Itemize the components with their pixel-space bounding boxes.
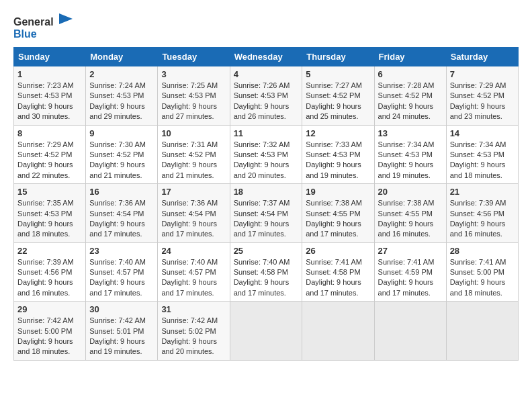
day-number: 22 bbox=[17, 246, 82, 256]
weekday-header-sunday: Sunday bbox=[14, 48, 86, 66]
calendar-cell: 2Sunrise: 7:24 AMSunset: 4:53 PMDaylight… bbox=[86, 66, 158, 126]
calendar-cell: 21Sunrise: 7:39 AMSunset: 4:56 PMDayligh… bbox=[446, 184, 518, 243]
day-number: 11 bbox=[234, 128, 299, 138]
day-info: Sunrise: 7:24 AMSunset: 4:53 PMDaylight:… bbox=[89, 81, 146, 120]
day-number: 25 bbox=[234, 246, 299, 256]
day-info: Sunrise: 7:38 AMSunset: 4:55 PMDaylight:… bbox=[378, 199, 435, 238]
day-info: Sunrise: 7:30 AMSunset: 4:52 PMDaylight:… bbox=[89, 140, 146, 179]
day-number: 15 bbox=[17, 187, 82, 197]
logo-svg: General Blue bbox=[13, 13, 74, 40]
calendar-cell: 11Sunrise: 7:32 AMSunset: 4:53 PMDayligh… bbox=[230, 125, 302, 184]
day-number: 8 bbox=[17, 128, 82, 138]
calendar-cell: 23Sunrise: 7:40 AMSunset: 4:57 PMDayligh… bbox=[86, 242, 158, 302]
day-number: 6 bbox=[378, 69, 443, 79]
weekday-header-saturday: Saturday bbox=[446, 48, 518, 66]
week-row-2: 8Sunrise: 7:29 AMSunset: 4:52 PMDaylight… bbox=[14, 125, 519, 184]
calendar-cell: 12Sunrise: 7:33 AMSunset: 4:53 PMDayligh… bbox=[302, 125, 374, 184]
day-number: 23 bbox=[89, 246, 154, 256]
calendar-cell: 29Sunrise: 7:42 AMSunset: 5:00 PMDayligh… bbox=[14, 302, 86, 361]
calendar-cell: 18Sunrise: 7:37 AMSunset: 4:54 PMDayligh… bbox=[230, 184, 302, 243]
day-info: Sunrise: 7:36 AMSunset: 4:54 PMDaylight:… bbox=[161, 199, 218, 238]
calendar-cell: 5Sunrise: 7:27 AMSunset: 4:52 PMDaylight… bbox=[302, 66, 374, 126]
calendar-cell: 8Sunrise: 7:29 AMSunset: 4:52 PMDaylight… bbox=[14, 125, 86, 184]
day-number: 16 bbox=[89, 187, 154, 197]
day-number: 26 bbox=[306, 246, 370, 256]
page-header: General Blue bbox=[13, 13, 519, 40]
day-info: Sunrise: 7:40 AMSunset: 4:57 PMDaylight:… bbox=[89, 258, 146, 297]
calendar-cell: 1Sunrise: 7:23 AMSunset: 4:53 PMDaylight… bbox=[14, 66, 86, 126]
calendar-cell bbox=[230, 302, 302, 361]
calendar-table: SundayMondayTuesdayWednesdayThursdayFrid… bbox=[13, 47, 519, 361]
day-number: 3 bbox=[161, 69, 226, 79]
week-row-1: 1Sunrise: 7:23 AMSunset: 4:53 PMDaylight… bbox=[14, 66, 519, 126]
day-number: 1 bbox=[17, 69, 82, 79]
calendar-cell: 13Sunrise: 7:34 AMSunset: 4:53 PMDayligh… bbox=[374, 125, 446, 184]
day-number: 20 bbox=[378, 187, 443, 197]
day-number: 9 bbox=[89, 128, 154, 138]
calendar-cell: 10Sunrise: 7:31 AMSunset: 4:52 PMDayligh… bbox=[158, 125, 230, 184]
day-info: Sunrise: 7:41 AMSunset: 4:58 PMDaylight:… bbox=[306, 258, 362, 297]
day-number: 18 bbox=[234, 187, 299, 197]
day-number: 21 bbox=[450, 187, 515, 197]
calendar-cell: 16Sunrise: 7:36 AMSunset: 4:54 PMDayligh… bbox=[86, 184, 158, 243]
calendar-cell: 7Sunrise: 7:29 AMSunset: 4:52 PMDaylight… bbox=[446, 66, 518, 126]
calendar-cell: 15Sunrise: 7:35 AMSunset: 4:53 PMDayligh… bbox=[14, 184, 86, 243]
day-number: 2 bbox=[89, 69, 154, 79]
day-number: 31 bbox=[161, 304, 226, 314]
day-number: 29 bbox=[17, 304, 82, 314]
day-info: Sunrise: 7:40 AMSunset: 4:58 PMDaylight:… bbox=[234, 258, 290, 297]
day-info: Sunrise: 7:41 AMSunset: 4:59 PMDaylight:… bbox=[378, 258, 435, 297]
calendar-cell: 17Sunrise: 7:36 AMSunset: 4:54 PMDayligh… bbox=[158, 184, 230, 243]
calendar-cell: 3Sunrise: 7:25 AMSunset: 4:53 PMDaylight… bbox=[158, 66, 230, 126]
week-row-4: 22Sunrise: 7:39 AMSunset: 4:56 PMDayligh… bbox=[14, 242, 519, 302]
calendar-cell bbox=[374, 302, 446, 361]
day-info: Sunrise: 7:34 AMSunset: 4:53 PMDaylight:… bbox=[450, 140, 506, 179]
calendar-cell: 28Sunrise: 7:41 AMSunset: 5:00 PMDayligh… bbox=[446, 242, 518, 302]
day-info: Sunrise: 7:32 AMSunset: 4:53 PMDaylight:… bbox=[234, 140, 290, 179]
svg-text:Blue: Blue bbox=[13, 28, 37, 40]
day-number: 27 bbox=[378, 246, 443, 256]
calendar-cell: 30Sunrise: 7:42 AMSunset: 5:01 PMDayligh… bbox=[86, 302, 158, 361]
day-info: Sunrise: 7:41 AMSunset: 5:00 PMDaylight:… bbox=[450, 258, 506, 297]
day-number: 4 bbox=[234, 69, 299, 79]
svg-text:General: General bbox=[13, 16, 54, 28]
day-info: Sunrise: 7:42 AMSunset: 5:01 PMDaylight:… bbox=[89, 316, 146, 355]
calendar-cell: 9Sunrise: 7:30 AMSunset: 4:52 PMDaylight… bbox=[86, 125, 158, 184]
day-number: 10 bbox=[161, 128, 226, 138]
day-info: Sunrise: 7:28 AMSunset: 4:52 PMDaylight:… bbox=[378, 81, 435, 120]
day-number: 24 bbox=[161, 246, 226, 256]
day-number: 28 bbox=[450, 246, 515, 256]
day-info: Sunrise: 7:23 AMSunset: 4:53 PMDaylight:… bbox=[17, 81, 74, 120]
day-info: Sunrise: 7:27 AMSunset: 4:52 PMDaylight:… bbox=[306, 81, 362, 120]
day-info: Sunrise: 7:39 AMSunset: 4:56 PMDaylight:… bbox=[17, 258, 74, 297]
weekday-header-row: SundayMondayTuesdayWednesdayThursdayFrid… bbox=[14, 48, 519, 66]
day-info: Sunrise: 7:42 AMSunset: 5:00 PMDaylight:… bbox=[17, 316, 74, 355]
day-number: 7 bbox=[450, 69, 515, 79]
weekday-header-wednesday: Wednesday bbox=[230, 48, 302, 66]
day-info: Sunrise: 7:29 AMSunset: 4:52 PMDaylight:… bbox=[450, 81, 506, 120]
day-info: Sunrise: 7:42 AMSunset: 5:02 PMDaylight:… bbox=[161, 316, 218, 355]
day-info: Sunrise: 7:39 AMSunset: 4:56 PMDaylight:… bbox=[450, 199, 506, 238]
weekday-header-tuesday: Tuesday bbox=[158, 48, 230, 66]
day-info: Sunrise: 7:31 AMSunset: 4:52 PMDaylight:… bbox=[161, 140, 218, 179]
calendar-cell: 26Sunrise: 7:41 AMSunset: 4:58 PMDayligh… bbox=[302, 242, 374, 302]
day-info: Sunrise: 7:36 AMSunset: 4:54 PMDaylight:… bbox=[89, 199, 146, 238]
day-info: Sunrise: 7:40 AMSunset: 4:57 PMDaylight:… bbox=[161, 258, 218, 297]
day-number: 30 bbox=[89, 304, 154, 314]
calendar-cell: 27Sunrise: 7:41 AMSunset: 4:59 PMDayligh… bbox=[374, 242, 446, 302]
calendar-cell bbox=[446, 302, 518, 361]
day-number: 19 bbox=[306, 187, 370, 197]
logo: General Blue bbox=[13, 13, 74, 40]
weekday-header-thursday: Thursday bbox=[302, 48, 374, 66]
day-number: 5 bbox=[306, 69, 370, 79]
calendar-cell: 20Sunrise: 7:38 AMSunset: 4:55 PMDayligh… bbox=[374, 184, 446, 243]
calendar-cell: 24Sunrise: 7:40 AMSunset: 4:57 PMDayligh… bbox=[158, 242, 230, 302]
calendar-cell bbox=[302, 302, 374, 361]
day-info: Sunrise: 7:37 AMSunset: 4:54 PMDaylight:… bbox=[234, 199, 290, 238]
day-info: Sunrise: 7:33 AMSunset: 4:53 PMDaylight:… bbox=[306, 140, 362, 179]
day-info: Sunrise: 7:26 AMSunset: 4:53 PMDaylight:… bbox=[234, 81, 290, 120]
weekday-header-friday: Friday bbox=[374, 48, 446, 66]
day-info: Sunrise: 7:29 AMSunset: 4:52 PMDaylight:… bbox=[17, 140, 74, 179]
week-row-3: 15Sunrise: 7:35 AMSunset: 4:53 PMDayligh… bbox=[14, 184, 519, 243]
day-info: Sunrise: 7:35 AMSunset: 4:53 PMDaylight:… bbox=[17, 199, 74, 238]
